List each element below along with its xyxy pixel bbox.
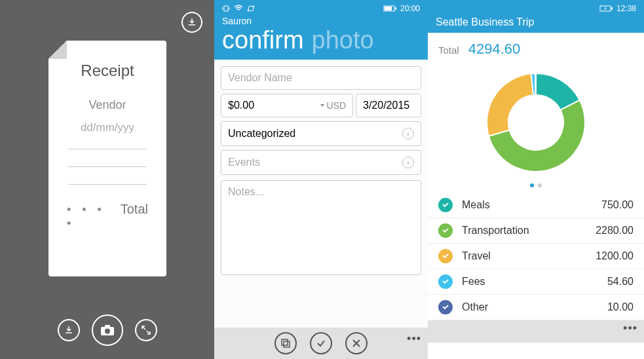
app-name: Sauron xyxy=(222,16,420,26)
camera-button[interactable] xyxy=(92,314,123,346)
category-name: Other xyxy=(462,301,607,313)
svg-rect-8 xyxy=(284,341,290,347)
receipt-template: Receipt Vendor dd/mm/yyy • • • • Total xyxy=(48,41,166,276)
category-row[interactable]: Fees54.60 xyxy=(428,269,644,295)
receipt-heading: Receipt xyxy=(48,62,166,80)
category-amount: 54.60 xyxy=(607,276,634,288)
category-amount: 1200.00 xyxy=(596,250,634,262)
category-color-icon xyxy=(438,249,453,263)
category-name: Fees xyxy=(462,276,607,288)
category-amount: 2280.00 xyxy=(596,225,634,236)
accept-button[interactable] xyxy=(310,332,332,354)
vibrate-icon xyxy=(222,5,230,12)
category-row[interactable]: Other10.00 xyxy=(428,295,644,320)
confirm-footer: ••• xyxy=(214,328,428,359)
total-row: Total 4294.60 xyxy=(428,33,644,60)
receipt-vendor-placeholder: Vendor xyxy=(48,98,166,112)
amount-input[interactable]: $0.00 USD xyxy=(221,94,353,117)
total-value: 4294.60 xyxy=(468,41,521,58)
collapse-button[interactable] xyxy=(135,319,157,341)
donut-slice xyxy=(535,73,536,95)
status-bar: 20:00 xyxy=(222,3,420,14)
svg-rect-10 xyxy=(611,7,613,10)
svg-rect-5 xyxy=(385,7,392,10)
category-color-icon xyxy=(438,223,453,238)
receipt-date-placeholder: dd/mm/yyy xyxy=(48,121,166,134)
svg-point-2 xyxy=(105,329,110,334)
vendor-name-input[interactable]: Vendor Name xyxy=(221,66,421,90)
collapse-icon xyxy=(142,326,151,335)
pager-dot-2[interactable] xyxy=(538,183,542,187)
receipt-total-label: Total xyxy=(121,202,148,217)
receipt-capture-panel: Receipt Vendor dd/mm/yyy • • • • Total xyxy=(0,0,214,359)
pager-dots[interactable] xyxy=(428,181,644,193)
close-icon xyxy=(352,339,361,348)
sync-icon xyxy=(247,5,255,12)
amount-value: $0.00 xyxy=(228,100,254,111)
category-select[interactable]: Uncategorized › xyxy=(221,121,421,146)
svg-rect-1 xyxy=(105,325,110,328)
report-panel: 12:38 Seattle Business Trip Total 4294.6… xyxy=(428,0,644,359)
category-amount: 750.00 xyxy=(601,199,634,211)
total-label: Total xyxy=(438,45,459,56)
paper-fold-icon xyxy=(48,41,67,59)
receipt-item-lines xyxy=(68,149,147,185)
category-amount: 10.00 xyxy=(607,301,634,313)
notes-textarea[interactable]: Notes... xyxy=(221,180,421,275)
category-row[interactable]: Travel1200.00 xyxy=(428,244,644,269)
wifi-icon xyxy=(234,5,243,12)
category-color-icon xyxy=(438,300,453,314)
tab-bar: confirm photo xyxy=(222,26,420,54)
status-bar: 12:38 xyxy=(436,3,636,14)
download-icon xyxy=(64,326,73,335)
pager-dot-1[interactable] xyxy=(530,183,534,187)
download-button-top[interactable] xyxy=(181,12,202,33)
events-select[interactable]: Events › xyxy=(221,150,421,175)
svg-rect-3 xyxy=(224,6,228,11)
more-button[interactable]: ••• xyxy=(623,322,637,335)
copy-icon xyxy=(280,338,291,349)
confirm-header: 20:00 Sauron confirm photo xyxy=(214,0,428,60)
status-time: 20:00 xyxy=(400,4,420,13)
more-button[interactable]: ••• xyxy=(407,332,421,346)
events-placeholder: Events xyxy=(228,157,260,168)
category-name: Travel xyxy=(462,250,596,262)
status-time: 12:38 xyxy=(616,4,636,13)
category-list: Meals750.00Transportation2280.00Travel12… xyxy=(428,193,644,320)
category-color-icon xyxy=(438,198,453,212)
category-row[interactable]: Transportation2280.00 xyxy=(428,218,644,244)
receipt-dots: • • • • xyxy=(67,203,121,231)
date-input[interactable]: 3/20/2015 xyxy=(356,94,421,117)
camera-icon xyxy=(100,324,115,336)
battery-icon xyxy=(383,5,396,12)
report-footer: ••• xyxy=(428,320,644,343)
donut-chart xyxy=(428,60,644,181)
battery-charging-icon xyxy=(599,5,613,12)
category-name: Meals xyxy=(462,199,601,211)
cancel-button[interactable] xyxy=(345,332,368,354)
tab-confirm[interactable]: confirm xyxy=(222,26,304,54)
donut-slice xyxy=(487,73,533,136)
currency-selector[interactable]: USD xyxy=(320,100,346,111)
download-icon xyxy=(181,12,202,33)
confirm-form-panel: 20:00 Sauron confirm photo Vendor Name $… xyxy=(214,0,428,359)
chevron-down-icon xyxy=(320,104,324,107)
category-value: Uncategorized xyxy=(228,128,295,140)
tab-photo[interactable]: photo xyxy=(312,26,374,54)
check-icon xyxy=(316,338,326,349)
category-name: Transportation xyxy=(462,225,596,236)
import-button[interactable] xyxy=(58,319,80,341)
svg-rect-6 xyxy=(395,7,396,10)
chevron-right-icon: › xyxy=(402,157,414,168)
category-color-icon xyxy=(438,274,453,289)
copy-button[interactable] xyxy=(275,332,297,354)
report-header: 12:38 Seattle Business Trip xyxy=(428,0,644,33)
chevron-right-icon: › xyxy=(402,128,414,140)
trip-title: Seattle Business Trip xyxy=(436,16,636,28)
svg-rect-7 xyxy=(282,339,288,345)
category-row[interactable]: Meals750.00 xyxy=(428,193,644,218)
